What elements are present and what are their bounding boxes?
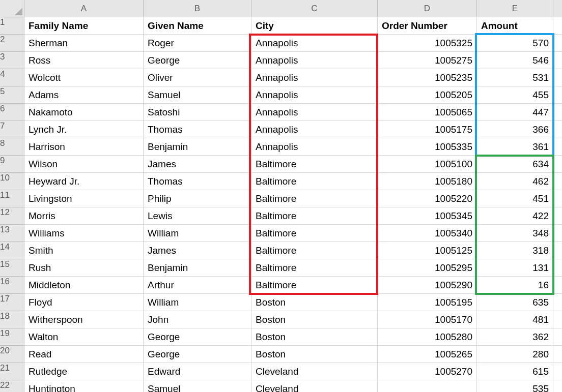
cell-order[interactable]: 1005195 [378,294,477,311]
cell-family[interactable]: Rush [24,259,144,277]
row-header[interactable]: 9 [0,156,24,173]
cell-order[interactable]: 1005205 [378,86,477,104]
cell-order[interactable]: 1005180 [378,173,477,190]
cell-given[interactable]: William [144,225,251,242]
row-header[interactable]: 1 [0,17,24,35]
cell-given[interactable]: Thomas [144,121,251,138]
cell-family[interactable]: Morris [24,207,144,225]
cell-family[interactable]: Adams [24,86,144,104]
cell-given[interactable]: Edward [144,363,251,380]
cell-order[interactable]: 1005265 [378,346,477,363]
cell-C1[interactable]: City [251,17,378,35]
cell-given[interactable]: Samuel [144,86,251,104]
cell-city[interactable]: Annapolis [251,104,378,121]
row-header[interactable]: 16 [0,277,24,294]
cell-given[interactable]: James [144,156,251,173]
cell-given[interactable]: George [144,346,251,363]
cell-amount[interactable]: 348 [477,225,553,242]
cell-amount[interactable]: 481 [477,311,553,328]
cell-order[interactable]: 1005295 [378,259,477,277]
cell-family[interactable]: Rutledge [24,363,144,380]
cell-amount[interactable]: 546 [477,52,553,69]
cell-given[interactable]: Oliver [144,69,251,86]
cell-amount[interactable]: 447 [477,104,553,121]
row-header[interactable]: 21 [0,363,24,380]
cell-amount[interactable]: 455 [477,86,553,104]
col-header-A[interactable]: A [24,0,144,17]
cell-order[interactable]: 1005175 [378,121,477,138]
cell-amount[interactable]: 531 [477,69,553,86]
row-header[interactable]: 18 [0,311,24,328]
cell-given[interactable]: Lewis [144,207,251,225]
cell-city[interactable]: Baltimore [251,277,378,294]
col-header-E[interactable]: E [477,0,553,17]
cell-order[interactable] [378,380,477,392]
row-header[interactable]: 5 [0,86,24,104]
cell-city[interactable]: Annapolis [251,69,378,86]
cell-amount[interactable]: 280 [477,346,553,363]
row-header[interactable]: 3 [0,52,24,69]
cell-order[interactable]: 1005170 [378,311,477,328]
cell-city[interactable]: Boston [251,328,378,346]
cell-B1[interactable]: Given Name [144,17,251,35]
cell-given[interactable]: James [144,242,251,259]
cell-city[interactable]: Annapolis [251,35,378,52]
cell-amount[interactable]: 362 [477,328,553,346]
cell-city[interactable]: Annapolis [251,86,378,104]
cell-city[interactable]: Baltimore [251,259,378,277]
cell-family[interactable]: Ross [24,52,144,69]
cell-D1[interactable]: Order Number [378,17,477,35]
cell-amount[interactable]: 570 [477,35,553,52]
cell-amount[interactable]: 535 [477,380,553,392]
row-header[interactable]: 20 [0,346,24,363]
cell-family[interactable]: Harrison [24,138,144,156]
cell-order[interactable]: 1005345 [378,207,477,225]
cell-city[interactable]: Annapolis [251,52,378,69]
row-header[interactable]: 19 [0,328,24,346]
cell-family[interactable]: Williams [24,225,144,242]
cell-order[interactable]: 1005275 [378,52,477,69]
cell-order[interactable]: 1005235 [378,69,477,86]
cell-given[interactable]: Arthur [144,277,251,294]
cell-given[interactable]: Benjamin [144,259,251,277]
row-header[interactable]: 14 [0,242,24,259]
row-header[interactable]: 4 [0,69,24,86]
cell-city[interactable]: Baltimore [251,173,378,190]
cell-city[interactable]: Boston [251,311,378,328]
cell-given[interactable]: Thomas [144,173,251,190]
cell-given[interactable]: Benjamin [144,138,251,156]
row-header[interactable]: 6 [0,104,24,121]
cell-order[interactable]: 1005325 [378,35,477,52]
cell-amount[interactable]: 635 [477,294,553,311]
cell-amount[interactable]: 462 [477,173,553,190]
cell-E1[interactable]: Amount [477,17,553,35]
cell-family[interactable]: Huntington [24,380,144,392]
cell-family[interactable]: Wolcott [24,69,144,86]
cell-given[interactable]: George [144,52,251,69]
col-header-B[interactable]: B [144,0,251,17]
cell-city[interactable]: Annapolis [251,138,378,156]
cell-order[interactable]: 1005270 [378,363,477,380]
cell-amount[interactable]: 451 [477,190,553,207]
cell-order[interactable]: 1005335 [378,138,477,156]
cell-amount[interactable]: 422 [477,207,553,225]
col-header-D[interactable]: D [378,0,477,17]
row-header[interactable]: 11 [0,190,24,207]
row-header[interactable]: 22 [0,380,24,392]
cell-given[interactable]: Satoshi [144,104,251,121]
row-header[interactable]: 8 [0,138,24,156]
cell-given[interactable]: Philip [144,190,251,207]
row-header[interactable]: 17 [0,294,24,311]
row-header[interactable]: 10 [0,173,24,190]
col-header-C[interactable]: C [251,0,378,17]
cell-amount[interactable]: 131 [477,259,553,277]
cell-city[interactable]: Boston [251,294,378,311]
cell-family[interactable]: Smith [24,242,144,259]
cell-order[interactable]: 1005220 [378,190,477,207]
row-header[interactable]: 13 [0,225,24,242]
spreadsheet[interactable]: A B C D E 1 Family Name Given Name City … [0,0,562,392]
cell-A1[interactable]: Family Name [24,17,144,35]
row-header[interactable]: 2 [0,35,24,52]
cell-city[interactable]: Baltimore [251,156,378,173]
cell-family[interactable]: Wilson [24,156,144,173]
